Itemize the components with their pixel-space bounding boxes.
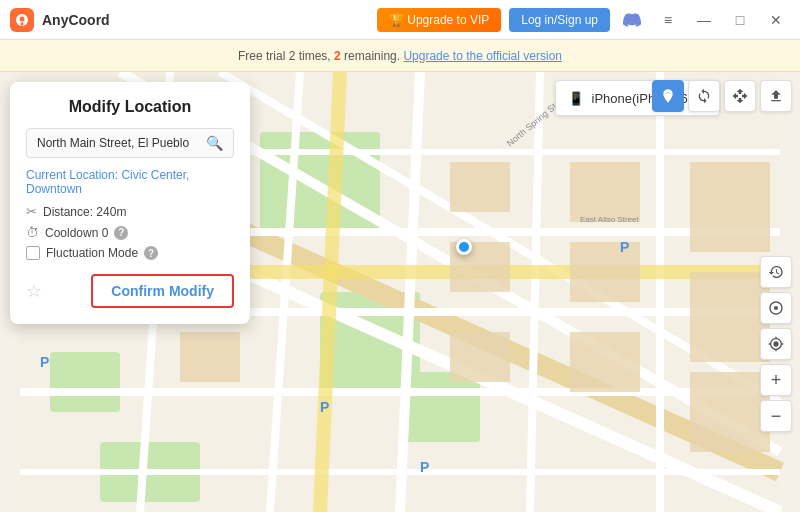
- location-search-input[interactable]: [37, 136, 206, 150]
- modify-location-panel: Modify Location 🔍 Current Location: Civi…: [10, 82, 250, 324]
- export-button[interactable]: [760, 80, 792, 112]
- cooldown-help-icon[interactable]: ?: [114, 226, 128, 240]
- map-area[interactable]: North Spring Street West 2nd Street East…: [0, 72, 800, 512]
- scissors-icon: ✂: [26, 204, 37, 219]
- svg-rect-36: [570, 332, 640, 392]
- fluctuation-label: Fluctuation Mode: [46, 246, 138, 260]
- svg-text:East Aliso Street: East Aliso Street: [580, 215, 639, 224]
- trial-upgrade-link[interactable]: Upgrade to the official version: [403, 49, 562, 63]
- search-box[interactable]: 🔍: [26, 128, 234, 158]
- svg-rect-6: [50, 352, 120, 412]
- center-location-button[interactable]: [760, 328, 792, 360]
- trial-remaining: 2: [334, 49, 341, 63]
- zoom-out-button[interactable]: −: [760, 400, 792, 432]
- svg-rect-28: [450, 162, 510, 212]
- location-mode-button[interactable]: [652, 80, 684, 112]
- svg-rect-35: [450, 332, 510, 382]
- confirm-modify-button[interactable]: Confirm Modify: [91, 274, 234, 308]
- svg-text:P: P: [320, 399, 329, 415]
- title-actions: 🏆 Upgrade to VIP Log in/Sign up ≡ — □ ✕: [377, 6, 790, 34]
- cooldown-label: Cooldown 0: [45, 226, 108, 240]
- right-tools: + −: [760, 256, 792, 432]
- svg-text:P: P: [420, 459, 429, 475]
- fluctuation-checkbox[interactable]: [26, 246, 40, 260]
- phone-icon: 📱: [568, 91, 584, 106]
- trial-text: Free trial 2 times, 2 remaining. Upgrade…: [238, 49, 562, 63]
- svg-rect-32: [690, 162, 770, 252]
- discord-button[interactable]: [618, 6, 646, 34]
- trial-banner: Free trial 2 times, 2 remaining. Upgrade…: [0, 40, 800, 72]
- refresh-button[interactable]: [688, 80, 720, 112]
- app-logo: [10, 8, 34, 32]
- clock-icon: ⏱: [26, 225, 39, 240]
- minimize-button[interactable]: —: [690, 6, 718, 34]
- history-button[interactable]: [760, 256, 792, 288]
- distance-row: ✂ Distance: 240m: [26, 204, 234, 219]
- zoom-in-button[interactable]: +: [760, 364, 792, 396]
- app-name-label: AnyCoord: [42, 12, 377, 28]
- route-button[interactable]: [760, 292, 792, 324]
- panel-title: Modify Location: [26, 98, 234, 116]
- svg-text:P: P: [40, 354, 49, 370]
- cooldown-row: ⏱ Cooldown 0 ?: [26, 225, 234, 240]
- upgrade-button[interactable]: 🏆 Upgrade to VIP: [377, 8, 501, 32]
- close-button[interactable]: ✕: [762, 6, 790, 34]
- svg-rect-31: [570, 242, 640, 302]
- svg-point-1: [20, 16, 25, 21]
- svg-rect-33: [690, 272, 770, 362]
- menu-button[interactable]: ≡: [654, 6, 682, 34]
- fluctuation-help-icon[interactable]: ?: [144, 246, 158, 260]
- svg-rect-5: [400, 372, 480, 442]
- svg-text:P: P: [620, 239, 629, 255]
- fluctuation-row: Fluctuation Mode ?: [26, 246, 234, 260]
- move-button[interactable]: [724, 80, 756, 112]
- login-button[interactable]: Log in/Sign up: [509, 8, 610, 32]
- svg-rect-34: [180, 332, 240, 382]
- top-toolbar: [652, 80, 792, 112]
- maximize-button[interactable]: □: [726, 6, 754, 34]
- svg-point-47: [774, 306, 778, 310]
- panel-footer: ☆ Confirm Modify: [26, 274, 234, 308]
- svg-rect-37: [690, 372, 770, 452]
- current-location-label[interactable]: Current Location: Civic Center, Downtown: [26, 168, 234, 196]
- search-icon[interactable]: 🔍: [206, 135, 223, 151]
- distance-label: Distance: 240m: [43, 205, 126, 219]
- favorite-star-icon[interactable]: ☆: [26, 280, 42, 302]
- svg-rect-30: [570, 162, 640, 222]
- titlebar: AnyCoord 🏆 Upgrade to VIP Log in/Sign up…: [0, 0, 800, 40]
